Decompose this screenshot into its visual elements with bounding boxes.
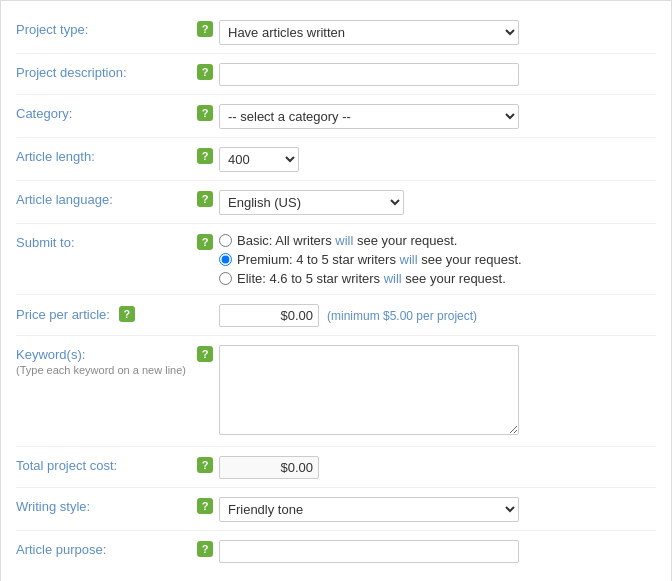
project-description-help-col: ? [191, 62, 219, 80]
article-language-row: Article language: ? English (US) English… [16, 181, 656, 224]
price-per-article-note: (minimum $5.00 per project) [327, 309, 477, 323]
keywords-label-wrap: Keyword(s): (Type each keyword on a new … [16, 347, 191, 376]
price-per-article-help-icon[interactable]: ? [119, 306, 135, 322]
article-language-label: Article language: [16, 189, 191, 207]
writing-style-select[interactable]: Friendly tone Formal Casual Technical [219, 497, 519, 522]
price-per-article-label-col: Price per article: ? [16, 303, 191, 322]
submit-to-basic-text: Basic: All writers will see your request… [237, 233, 457, 248]
category-help-icon[interactable]: ? [197, 105, 213, 121]
submit-to-premium-text: Premium: 4 to 5 star writers will see yo… [237, 252, 522, 267]
article-language-help-col: ? [191, 189, 219, 207]
submit-to-elite-highlight: will [384, 271, 402, 286]
category-help-col: ? [191, 103, 219, 121]
project-type-select[interactable]: Have articles written Have blog posts wr… [219, 20, 519, 45]
writing-style-row: Writing style: ? Friendly tone Formal Ca… [16, 488, 656, 531]
price-per-article-input[interactable] [219, 304, 319, 327]
total-project-cost-row: Total project cost: ? [16, 447, 656, 488]
submit-to-help-col: ? [191, 232, 219, 250]
keywords-label-col: Keyword(s): (Type each keyword on a new … [16, 344, 191, 376]
keywords-row: Keyword(s): (Type each keyword on a new … [16, 336, 656, 447]
article-length-input-col: 400 500 600 700 800 [219, 146, 656, 172]
price-per-article-label: Price per article: [16, 307, 110, 322]
keywords-help-col: ? [191, 344, 219, 362]
category-select[interactable]: -- select a category -- [219, 104, 519, 129]
submit-to-help-icon[interactable]: ? [197, 234, 213, 250]
submit-to-basic-highlight: will [335, 233, 353, 248]
project-type-input-col: Have articles written Have blog posts wr… [219, 19, 656, 45]
keywords-help-icon[interactable]: ? [197, 346, 213, 362]
project-type-row: Project type: ? Have articles written Ha… [16, 11, 656, 54]
article-purpose-help-icon[interactable]: ? [197, 541, 213, 557]
total-project-cost-input[interactable] [219, 456, 319, 479]
category-row: Category: ? -- select a category -- [16, 95, 656, 138]
project-description-input[interactable] [219, 63, 519, 86]
project-description-label: Project description: [16, 62, 191, 80]
category-label: Category: [16, 103, 191, 121]
article-purpose-input-col [219, 539, 656, 563]
project-type-help-icon[interactable]: ? [197, 21, 213, 37]
keywords-input-col [219, 344, 656, 438]
submit-to-label: Submit to: [16, 232, 191, 250]
price-per-article-input-col: (minimum $5.00 per project) [219, 303, 656, 327]
submit-to-elite-radio[interactable] [219, 272, 232, 285]
project-description-input-col [219, 62, 656, 86]
article-language-select[interactable]: English (US) English (UK) Spanish French [219, 190, 404, 215]
article-purpose-input[interactable] [219, 540, 519, 563]
project-type-help-col: ? [191, 19, 219, 37]
writing-style-label: Writing style: [16, 496, 191, 514]
article-purpose-label: Article purpose: [16, 539, 191, 557]
submit-to-radio-group: Basic: All writers will see your request… [219, 233, 656, 286]
category-input-col: -- select a category -- [219, 103, 656, 129]
writing-style-help-col: ? [191, 496, 219, 514]
price-label-help: Price per article: ? [16, 306, 191, 322]
keywords-sublabel: (Type each keyword on a new line) [16, 364, 191, 376]
submit-to-elite-item: Elite: 4.6 to 5 star writers will see yo… [219, 271, 656, 286]
price-per-article-row: Price per article: ? (minimum $5.00 per … [16, 295, 656, 336]
article-length-help-icon[interactable]: ? [197, 148, 213, 164]
submit-to-elite-text: Elite: 4.6 to 5 star writers will see yo… [237, 271, 506, 286]
keywords-textarea[interactable] [219, 345, 519, 435]
article-purpose-help-col: ? [191, 539, 219, 557]
article-length-label: Article length: [16, 146, 191, 164]
submit-to-basic-radio[interactable] [219, 234, 232, 247]
article-length-select[interactable]: 400 500 600 700 800 [219, 147, 299, 172]
price-per-article-help-col [191, 303, 219, 305]
writing-style-input-col: Friendly tone Formal Casual Technical [219, 496, 656, 522]
project-description-help-icon[interactable]: ? [197, 64, 213, 80]
project-type-label: Project type: [16, 19, 191, 37]
submit-to-row: Submit to: ? Basic: All writers will see… [16, 224, 656, 295]
total-project-cost-help-col: ? [191, 455, 219, 473]
submit-to-input-col: Basic: All writers will see your request… [219, 232, 656, 286]
article-length-help-col: ? [191, 146, 219, 164]
article-language-help-icon[interactable]: ? [197, 191, 213, 207]
submit-to-premium-highlight: will [400, 252, 418, 267]
form-container: Project type: ? Have articles written Ha… [0, 0, 672, 581]
total-project-cost-label: Total project cost: [16, 455, 191, 473]
submit-to-premium-item: Premium: 4 to 5 star writers will see yo… [219, 252, 656, 267]
article-length-row: Article length: ? 400 500 600 700 800 [16, 138, 656, 181]
project-description-row: Project description: ? [16, 54, 656, 95]
article-language-input-col: English (US) English (UK) Spanish French [219, 189, 656, 215]
total-project-cost-help-icon[interactable]: ? [197, 457, 213, 473]
total-project-cost-input-col [219, 455, 656, 479]
writing-style-help-icon[interactable]: ? [197, 498, 213, 514]
submit-to-basic-item: Basic: All writers will see your request… [219, 233, 656, 248]
article-purpose-row: Article purpose: ? [16, 531, 656, 571]
keywords-label: Keyword(s): [16, 347, 191, 362]
submit-to-premium-radio[interactable] [219, 253, 232, 266]
